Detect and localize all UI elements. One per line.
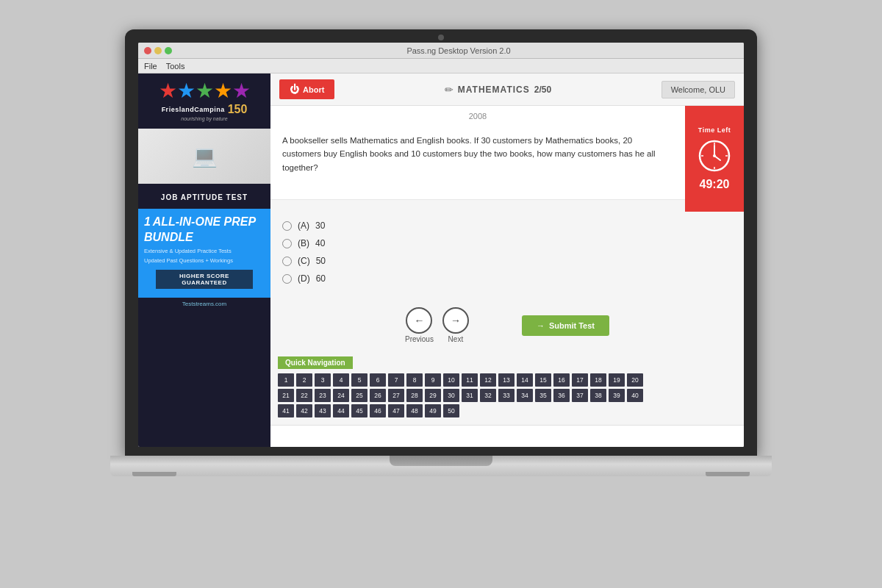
nav-num-34[interactable]: 34: [517, 389, 533, 402]
laptop-hinge: [390, 456, 492, 466]
option-value-b: 40: [315, 238, 325, 248]
submit-arrow-icon: →: [537, 321, 545, 330]
sidebar-website[interactable]: Teststreams.com: [138, 298, 270, 310]
nav-num-29[interactable]: 29: [425, 389, 441, 402]
abort-button[interactable]: ⏻ Abort: [279, 79, 334, 99]
previous-button[interactable]: ←: [406, 307, 432, 334]
nav-num-22[interactable]: 22: [296, 389, 312, 402]
nav-num-35[interactable]: 35: [535, 389, 551, 402]
nav-num-17[interactable]: 17: [572, 373, 588, 387]
nav-num-15[interactable]: 15: [535, 373, 551, 387]
nav-num-24[interactable]: 24: [333, 389, 349, 402]
nav-num-46[interactable]: 46: [370, 404, 386, 417]
minimize-btn[interactable]: [154, 47, 162, 54]
submit-test-button[interactable]: → Submit Test: [522, 315, 609, 336]
arrow-right-icon: →: [451, 315, 461, 326]
nav-num-41[interactable]: 41: [278, 404, 294, 417]
nav-num-8[interactable]: 8: [406, 373, 423, 387]
sidebar-bundle: 1 ALL-IN-ONE PREP BUNDLE Extensive & Upd…: [138, 209, 270, 298]
nav-num-11[interactable]: 11: [462, 373, 478, 387]
nav-num-20[interactable]: 20: [627, 373, 643, 387]
option-radio-d[interactable]: [282, 274, 292, 284]
nav-num-16[interactable]: 16: [553, 373, 570, 387]
nav-num-42[interactable]: 42: [296, 404, 312, 417]
nav-num-19[interactable]: 19: [609, 373, 625, 387]
option-row-d: (D) 60: [282, 273, 732, 284]
nav-num-4[interactable]: 4: [333, 373, 349, 387]
nav-num-44[interactable]: 44: [333, 404, 349, 417]
bundle-sub2: Updated Past Questions + Workings: [144, 257, 265, 265]
nav-num-10[interactable]: 10: [443, 373, 459, 387]
nav-num-31[interactable]: 31: [462, 389, 478, 402]
welcome-badge: Welcome, OLU: [662, 81, 735, 98]
nav-num-45[interactable]: 45: [351, 404, 368, 417]
option-row-b: (B) 40: [282, 238, 732, 248]
anniversary-badge: 150: [228, 103, 248, 116]
subject-info: ✏ MATHEMATICS 2/50: [343, 84, 652, 96]
nav-num-26[interactable]: 26: [370, 389, 386, 402]
nav-num-37[interactable]: 37: [572, 389, 588, 402]
nav-num-1[interactable]: 1: [278, 373, 294, 387]
question-count: 2/50: [534, 85, 551, 95]
nav-num-6[interactable]: 6: [370, 373, 386, 387]
nav-num-5[interactable]: 5: [351, 373, 368, 387]
nav-num-39[interactable]: 39: [609, 389, 625, 402]
nav-num-23[interactable]: 23: [315, 389, 331, 402]
nav-num-40[interactable]: 40: [627, 389, 643, 402]
nav-num-28[interactable]: 28: [406, 389, 423, 402]
sidebar: ★★★★★ FrieslandCampina 150 nourishing by…: [138, 74, 270, 447]
nav-num-25[interactable]: 25: [351, 389, 368, 402]
laptop-bottom: [110, 456, 772, 476]
option-radio-b[interactable]: [282, 239, 292, 248]
menu-file[interactable]: File: [144, 62, 157, 71]
nav-num-33[interactable]: 33: [498, 389, 514, 402]
svg-line-3: [714, 156, 720, 160]
nav-row-1: 2122232425262728293031323334353637383940: [278, 389, 736, 402]
timer-clock-icon: [698, 140, 731, 172]
maximize-btn[interactable]: [165, 47, 172, 54]
os-menubar: File Tools: [138, 59, 744, 74]
nav-num-14[interactable]: 14: [517, 373, 533, 387]
nav-num-32[interactable]: 32: [480, 389, 496, 402]
nav-num-12[interactable]: 12: [480, 373, 496, 387]
sidebar-image: 💻: [138, 129, 270, 184]
timer-value: 49:20: [700, 178, 730, 191]
submit-label: Submit Test: [549, 321, 595, 330]
pencil-icon: ✏: [445, 84, 453, 96]
nav-num-30[interactable]: 30: [443, 389, 459, 402]
screen: Pass.ng Desktop Version 2.0 File Tools ★…: [138, 43, 744, 447]
nav-row-0: 1234567891011121314151617181920: [278, 373, 736, 387]
nav-num-48[interactable]: 48: [406, 404, 423, 417]
option-radio-a[interactable]: [282, 221, 292, 231]
close-btn[interactable]: [144, 47, 151, 54]
option-value-c: 50: [316, 256, 326, 266]
option-key-a: (A): [298, 220, 309, 231]
menu-tools[interactable]: Tools: [166, 62, 185, 71]
nav-num-18[interactable]: 18: [590, 373, 606, 387]
sidebar-tagline: nourishing by nature: [146, 116, 263, 121]
nav-num-13[interactable]: 13: [498, 373, 514, 387]
option-row-a: (A) 30: [282, 220, 732, 231]
nav-num-27[interactable]: 27: [388, 389, 404, 402]
os-content: ★★★★★ FrieslandCampina 150 nourishing by…: [138, 74, 744, 447]
subject-label: MATHEMATICS: [458, 85, 530, 95]
nav-num-7[interactable]: 7: [388, 373, 404, 387]
nav-num-50[interactable]: 50: [443, 404, 459, 417]
nav-num-38[interactable]: 38: [590, 389, 606, 402]
nav-num-43[interactable]: 43: [315, 404, 331, 417]
option-radio-c[interactable]: [282, 257, 292, 266]
nav-num-21[interactable]: 21: [278, 389, 294, 402]
laptop-foot-left: [132, 472, 176, 476]
score-guarantee-button[interactable]: HIGHER SCORE GUARANTEED: [156, 270, 252, 289]
nav-num-2[interactable]: 2: [296, 373, 312, 387]
nav-num-36[interactable]: 36: [553, 389, 570, 402]
previous-group: ← Previous: [405, 307, 434, 343]
option-row-c: (C) 50: [282, 256, 732, 266]
nav-num-9[interactable]: 9: [425, 373, 441, 387]
nav-num-3[interactable]: 3: [315, 373, 331, 387]
nav-num-47[interactable]: 47: [388, 404, 404, 417]
next-button[interactable]: →: [442, 307, 469, 334]
previous-label: Previous: [405, 335, 434, 343]
nav-row-2: 41424344454647484950: [278, 404, 736, 417]
nav-num-49[interactable]: 49: [425, 404, 441, 417]
